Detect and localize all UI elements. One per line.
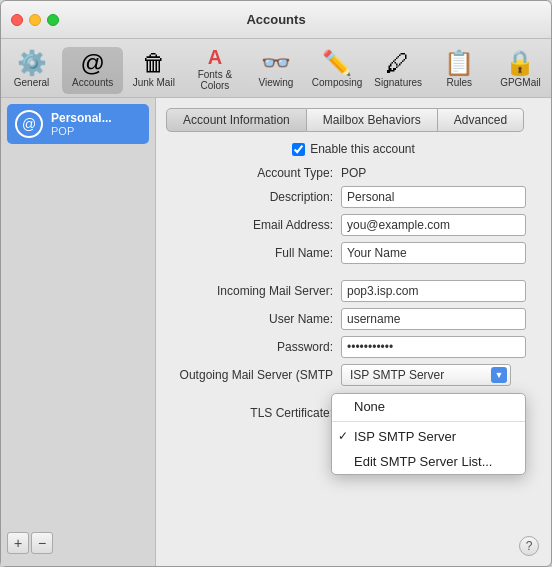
remove-account-button[interactable]: − <box>31 532 53 554</box>
toolbar-label-gpgmail: GPGMail <box>500 77 541 88</box>
toolbar-item-general[interactable]: ⚙️ General <box>1 47 62 94</box>
close-button[interactable] <box>11 14 23 26</box>
account-icon: @ <box>15 110 43 138</box>
incoming-server-label: Incoming Mail Server: <box>166 284 341 298</box>
toolbar-item-fonts[interactable]: A Fonts & Colors <box>184 43 245 97</box>
maximize-button[interactable] <box>47 14 59 26</box>
content-area: @ Personal... POP + − Account Informatio… <box>1 98 551 566</box>
toolbar-item-accounts[interactable]: @ Accounts <box>62 47 123 94</box>
gpgmail-icon: 🔒 <box>505 51 535 75</box>
username-label: User Name: <box>166 312 341 326</box>
password-label: Password: <box>166 340 341 354</box>
add-account-button[interactable]: + <box>7 532 29 554</box>
enable-account-label: Enable this account <box>310 142 415 156</box>
toolbar-item-rules[interactable]: 📋 Rules <box>429 47 490 94</box>
main-panel: Account Information Mailbox Behaviors Ad… <box>156 98 551 566</box>
password-input[interactable] <box>341 336 526 358</box>
minimize-button[interactable] <box>29 14 41 26</box>
incoming-server-input[interactable] <box>341 280 526 302</box>
signatures-icon: 🖊 <box>386 51 410 75</box>
tls-label: TLS Certificate: <box>166 406 341 420</box>
toolbar-item-junk[interactable]: 🗑 Junk Mail <box>123 47 184 94</box>
accounts-icon: @ <box>80 51 104 75</box>
tabs: Account Information Mailbox Behaviors Ad… <box>166 108 541 132</box>
toolbar: ⚙️ General @ Accounts 🗑 Junk Mail A Font… <box>1 39 551 98</box>
enable-row: Enable this account <box>166 142 541 156</box>
smtp-dropdown: None ISP SMTP Server Edit SMTP Server Li… <box>331 393 526 475</box>
incoming-server-row: Incoming Mail Server: <box>166 280 541 302</box>
dropdown-divider <box>332 421 525 422</box>
composing-icon: ✏️ <box>322 51 352 75</box>
toolbar-label-rules: Rules <box>447 77 473 88</box>
username-input[interactable] <box>341 308 526 330</box>
sidebar: @ Personal... POP + − <box>1 98 156 566</box>
window-title: Accounts <box>246 12 305 27</box>
account-type: POP <box>51 125 112 137</box>
toolbar-item-composing[interactable]: ✏️ Composing <box>307 47 368 94</box>
tab-mailbox-behaviors[interactable]: Mailbox Behaviors <box>307 108 438 132</box>
junk-icon: 🗑 <box>142 51 166 75</box>
help-button[interactable]: ? <box>519 536 539 556</box>
smtp-select[interactable]: ISP SMTP Server <box>341 364 511 386</box>
fullname-label: Full Name: <box>166 246 341 260</box>
tab-account-information[interactable]: Account Information <box>166 108 307 132</box>
email-label: Email Address: <box>166 218 341 232</box>
dropdown-item-isp-smtp[interactable]: ISP SMTP Server <box>332 424 525 449</box>
description-label: Description: <box>166 190 341 204</box>
sidebar-controls: + − <box>1 526 155 560</box>
toolbar-label-general: General <box>14 77 50 88</box>
titlebar: Accounts <box>1 1 551 39</box>
description-input[interactable] <box>341 186 526 208</box>
toolbar-item-signatures[interactable]: 🖊 Signatures <box>368 47 429 94</box>
toolbar-label-signatures: Signatures <box>374 77 422 88</box>
account-text: Personal... POP <box>51 111 112 137</box>
tab-advanced[interactable]: Advanced <box>438 108 524 132</box>
smtp-row: Outgoing Mail Server (SMTP ISP SMTP Serv… <box>166 364 541 386</box>
dropdown-item-edit-smtp[interactable]: Edit SMTP Server List... <box>332 449 525 474</box>
smtp-label: Outgoing Mail Server (SMTP <box>166 368 341 382</box>
fonts-icon: A <box>208 47 222 67</box>
rules-icon: 📋 <box>444 51 474 75</box>
main-window: Accounts ⚙️ General @ Accounts 🗑 Junk Ma… <box>0 0 552 567</box>
sidebar-account-personal[interactable]: @ Personal... POP <box>7 104 149 144</box>
account-type-row: Account Type: POP <box>166 166 541 180</box>
toolbar-item-viewing[interactable]: 👓 Viewing <box>245 47 306 94</box>
password-row: Password: <box>166 336 541 358</box>
email-row: Email Address: <box>166 214 541 236</box>
enable-account-checkbox[interactable] <box>292 143 305 156</box>
toolbar-label-fonts: Fonts & Colors <box>186 69 243 91</box>
toolbar-label-junk: Junk Mail <box>133 77 175 88</box>
fullname-row: Full Name: <box>166 242 541 264</box>
traffic-lights <box>11 14 59 26</box>
fullname-input[interactable] <box>341 242 526 264</box>
form-area: Account Type: POP Description: Email Add… <box>166 166 541 430</box>
toolbar-label-viewing: Viewing <box>259 77 294 88</box>
toolbar-label-accounts: Accounts <box>72 77 113 88</box>
description-row: Description: <box>166 186 541 208</box>
email-input[interactable] <box>341 214 526 236</box>
viewing-icon: 👓 <box>261 51 291 75</box>
toolbar-label-composing: Composing <box>312 77 363 88</box>
account-name: Personal... <box>51 111 112 125</box>
smtp-select-wrapper: ISP SMTP Server ▼ <box>341 364 511 386</box>
general-icon: ⚙️ <box>17 51 47 75</box>
account-type-label: Account Type: <box>166 166 341 180</box>
account-type-value: POP <box>341 166 381 180</box>
dropdown-item-none[interactable]: None <box>332 394 525 419</box>
username-row: User Name: <box>166 308 541 330</box>
toolbar-item-gpgmail[interactable]: 🔒 GPGMail <box>490 47 551 94</box>
